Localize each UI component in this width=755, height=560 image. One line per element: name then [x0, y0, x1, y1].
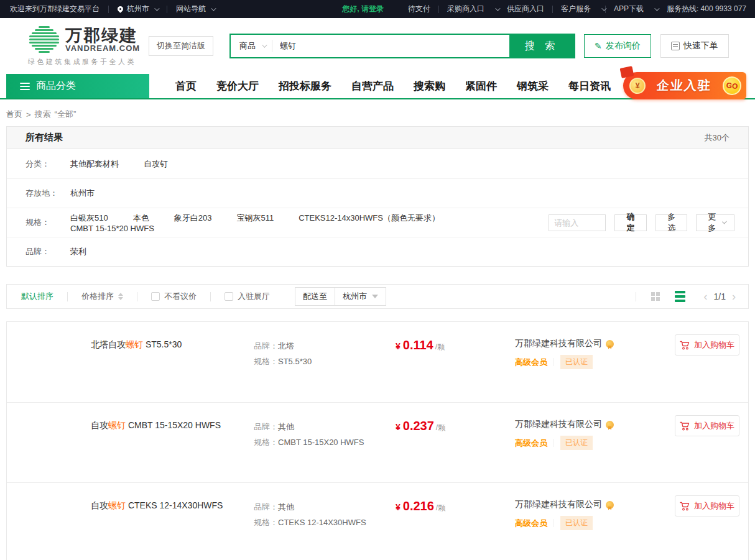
nav-item[interactable]: 招投标服务 [269, 79, 341, 93]
divider [554, 519, 554, 527]
login-link[interactable]: 您好, 请登录 [342, 4, 384, 14]
showroom-checkbox[interactable]: 入驻展厅 [225, 291, 270, 302]
list-view-icon[interactable] [675, 291, 685, 302]
divider [210, 292, 211, 301]
cart-icon [680, 341, 690, 350]
seller-name-text: 万郡绿建科技有限公司 [515, 499, 602, 510]
divider [554, 439, 554, 447]
certified-badge: 已认证 [560, 436, 593, 450]
product-price: ¥0.237/颗 [396, 419, 515, 482]
product-row: 北塔自攻螺钉 ST5.5*30 品牌：北塔 规格：ST5.5*30 ¥0.114… [7, 322, 748, 402]
seller-info: 万郡绿建科技有限公司 高级会员 已认证 [515, 338, 675, 402]
checkbox-icon[interactable] [151, 292, 160, 301]
checkbox-icon[interactable] [225, 292, 233, 301]
sort-default-tab[interactable]: 默认排序 [21, 291, 53, 302]
nav-item[interactable]: 钢筑采 [507, 79, 558, 93]
spec-confirm-button[interactable]: 确定 [614, 214, 647, 231]
filter-option[interactable]: CTEKS12-14x30HWFS（颜色无要求） [299, 213, 440, 224]
seller-name[interactable]: 万郡绿建科技有限公司 [515, 338, 675, 349]
topbar-link[interactable]: 供应商入口 [499, 4, 553, 14]
search-input[interactable] [272, 35, 509, 57]
city-selector[interactable]: 杭州市 [118, 4, 158, 14]
filter-option[interactable]: 象牙白203 [174, 213, 212, 224]
quick-order-button[interactable]: 快速下单 [660, 34, 729, 58]
deliver-city-dropdown[interactable]: 杭州市 [335, 288, 386, 305]
document-icon [671, 42, 680, 50]
spec-label: 规格： [254, 518, 278, 527]
product-title[interactable]: 自攻螺钉 CMBT 15-15X20 HWFS [91, 419, 254, 482]
nav-item[interactable]: 自营产品 [341, 79, 404, 93]
filter-option[interactable]: 宝钢灰511 [236, 213, 274, 224]
divider [167, 6, 167, 13]
chevron-down-icon [262, 42, 267, 47]
nav-item[interactable]: 竞价大厅 [206, 79, 269, 93]
topbar-link[interactable]: APP下载 [606, 4, 658, 14]
switch-simple-version-button[interactable]: 切换至简洁版 [149, 36, 213, 56]
price-value: 0.237 [403, 419, 434, 433]
product-title[interactable]: 自攻螺钉 CTEKS 12-14X30HWFS [91, 499, 254, 560]
enterprise-join-banner[interactable]: ¥ 企业入驻 GO [623, 72, 746, 99]
spec-more-button[interactable]: 更多 [696, 214, 734, 231]
nav-item[interactable]: 紧固件 [455, 79, 507, 93]
site-nav-menu[interactable]: 网站导航 [176, 4, 215, 14]
sort-price-tab[interactable]: 价格排序 [81, 291, 123, 302]
filter-panel: 所有结果 共30个 分类： 其他配套材料自攻钉 存放地： 杭州市 规格： 白银灰… [6, 126, 749, 267]
add-to-cart-button[interactable]: 加入购物车 [675, 495, 739, 516]
hotline: 服务热线: 400 9933 077 [667, 4, 746, 14]
next-page-icon[interactable]: › [732, 291, 736, 302]
search-category-dropdown[interactable]: 商品 [231, 35, 272, 57]
filter-option[interactable]: 杭州市 [70, 188, 95, 199]
filter-option[interactable]: 其他配套材料 [70, 158, 119, 170]
nav-item[interactable]: 首页 [165, 79, 206, 93]
title-text: CTEKS 12-14X30HWFS [126, 500, 223, 510]
spec-multiselect-button[interactable]: 多选 [655, 214, 688, 231]
header: 万郡绿建 VANDREAM.COM 绿色建筑集成服务于全人类 切换至简洁版 商品… [0, 18, 755, 74]
grid-view-icon[interactable] [651, 292, 660, 301]
filter-option[interactable]: 本色 [133, 213, 149, 224]
filter-option[interactable]: 荣利 [70, 246, 86, 257]
logo-domain: VANDREAM.COM [65, 44, 140, 53]
filter-option[interactable]: CMBT 15-15*20 HWFS [70, 224, 154, 233]
product-details: 品牌：其他 规格：CTEKS 12-14X30HWFS [254, 499, 396, 560]
title-text: CMBT 15-15X20 HWFS [126, 420, 221, 430]
spec-filter-input[interactable] [549, 214, 606, 231]
spec-value: CMBT 15-15X20 HWFS [278, 438, 364, 447]
nav-item[interactable]: 搜索购 [404, 79, 455, 93]
topbar-link[interactable]: 采购商入口 [439, 4, 499, 14]
coin-icon: ¥ [629, 78, 646, 94]
title-text: 自攻 [91, 420, 108, 430]
nav-item[interactable]: 每日资讯 [558, 79, 621, 93]
add-to-cart-button[interactable]: 加入购物车 [675, 334, 739, 356]
search-button[interactable]: 搜 索 [509, 35, 574, 57]
seller-name[interactable]: 万郡绿建科技有限公司 [515, 499, 675, 510]
filter-row-brand: 品牌： 荣利 [7, 237, 748, 266]
logo[interactable]: 万郡绿建 VANDREAM.COM 绿色建筑集成服务于全人类 [28, 25, 140, 67]
divider [554, 358, 554, 366]
no-negotiable-checkbox[interactable]: 不看议价 [151, 291, 197, 302]
quick-order-label: 快速下单 [683, 40, 718, 52]
breadcrumb-search: 搜索 [35, 109, 51, 120]
filter-option[interactable]: 自攻钉 [144, 158, 168, 170]
spec-filter-controls: 确定 多选 更多 [549, 214, 734, 231]
showroom-label: 入驻展厅 [238, 291, 270, 302]
add-to-cart-button[interactable]: 加入购物车 [675, 415, 739, 436]
city-label: 杭州市 [127, 4, 149, 14]
category-menu-button[interactable]: 商品分类 [6, 74, 149, 98]
product-title[interactable]: 北塔自攻螺钉 ST5.5*30 [91, 338, 254, 402]
member-badge: 高级会员 [515, 357, 547, 368]
publish-inquiry-button[interactable]: ✎ 发布询价 [584, 34, 651, 58]
breadcrumb-home[interactable]: 首页 [6, 109, 22, 120]
seller-name[interactable]: 万郡绿建科技有限公司 [515, 419, 675, 430]
prev-page-icon[interactable]: ‹ [704, 291, 708, 302]
topbar-link[interactable]: 待支付 [400, 4, 439, 14]
topbar-link[interactable]: 客户服务 [553, 4, 606, 14]
topbar-links: 待支付 采购商入口 供应商入口 [400, 4, 658, 14]
divider [636, 292, 636, 301]
pagination: ‹ 1/1 › [704, 291, 736, 302]
spec-more-label: 更多 [705, 211, 718, 234]
certified-badge: 已认证 [560, 516, 593, 530]
hamburger-icon [20, 83, 30, 90]
filter-option[interactable]: 白银灰510 [70, 213, 108, 224]
sort-bar: 默认排序 价格排序 不看议价 入驻展厅 配送至 杭州市 [6, 284, 749, 309]
welcome-text: 欢迎来到万郡绿建交易平台 [10, 4, 100, 14]
